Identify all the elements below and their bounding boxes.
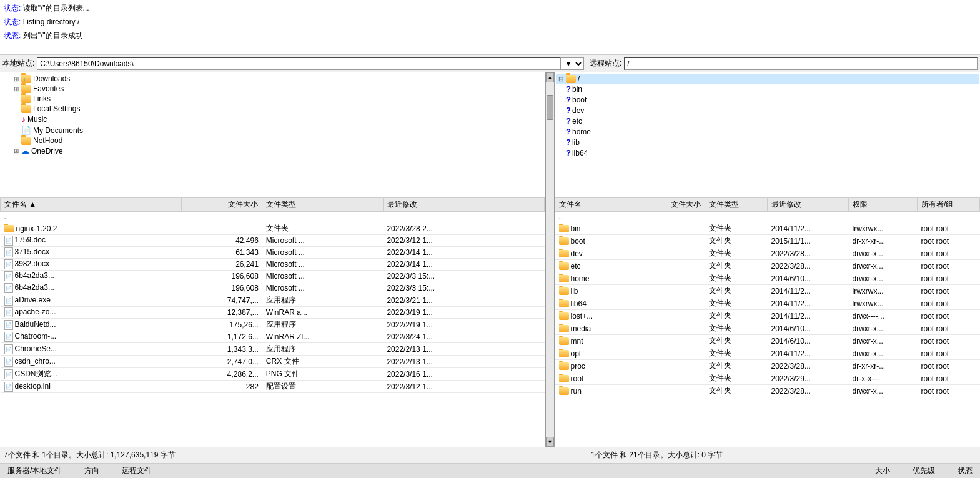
right-file-row[interactable]: media 文件夹 2014/6/10... drwxr-x... root r…: [555, 322, 980, 335]
left-file-row[interactable]: 📄6b4a2da3... 196,608 Microsoft ... 2022/…: [1, 282, 545, 294]
tab-direction[interactable]: 方向: [79, 464, 104, 477]
right-file-row[interactable]: lib64 文件夹 2014/11/2... lrwxrwx... root r…: [555, 297, 980, 310]
tree-item-lib64[interactable]: ? lib64: [556, 147, 979, 158]
right-file-row[interactable]: proc 文件夹 2022/3/28... dr-xr-xr-... root …: [555, 360, 980, 372]
tree-item-my-documents[interactable]: 📄 My Documents: [1, 125, 543, 136]
left-cell-type: Microsoft ...: [262, 282, 384, 294]
tree-item-home[interactable]: ? home: [556, 126, 979, 137]
right-cell-owner: root root: [918, 310, 980, 322]
folder-icon: [559, 312, 569, 320]
tree-item-boot[interactable]: ? boot: [556, 94, 979, 105]
right-file-row[interactable]: opt 文件夹 2014/11/2... drwxr-x... root roo…: [555, 347, 980, 360]
local-path-dropdown[interactable]: ▼: [560, 57, 584, 70]
right-cell-size: [655, 260, 705, 272]
right-file-row[interactable]: home 文件夹 2014/6/10... drwxr-x... root ro…: [555, 272, 980, 285]
left-col-type[interactable]: 文件类型: [262, 198, 384, 212]
tree-item-nethood[interactable]: NetHood: [1, 136, 543, 146]
left-col-size[interactable]: 文件大小: [182, 198, 262, 212]
left-file-row[interactable]: 📄3715.docx 61,343 Microsoft ... 2022/3/1…: [1, 247, 545, 259]
tree-item-bin[interactable]: ? bin: [556, 84, 979, 94]
right-cell-size: [655, 310, 705, 322]
expand-downloads[interactable]: ⊞: [11, 76, 21, 82]
left-col-modified[interactable]: 最近修改: [383, 198, 544, 212]
right-file-row[interactable]: dev 文件夹 2022/3/28... drwxr-x... root roo…: [555, 247, 980, 260]
left-cell-name: 📄CSDN浏览...: [1, 368, 182, 381]
left-cell-modified: 2022/3/3 15:...: [383, 282, 544, 294]
scrollbar-down[interactable]: ▼: [546, 437, 554, 447]
right-file-row[interactable]: root 文件夹 2022/3/29... dr-x-x--- root roo…: [555, 372, 980, 385]
left-file-row[interactable]: 📄1759.doc 42,496 Microsoft ... 2022/3/12…: [1, 235, 545, 247]
right-cell-name: bin: [555, 222, 655, 235]
tree-label-nethood: NetHood: [33, 136, 62, 145]
expand-onedrive[interactable]: ⊞: [11, 147, 21, 154]
tree-item-favorites[interactable]: ⊞ Favorites: [1, 84, 543, 94]
right-file-row[interactable]: etc 文件夹 2022/3/28... drwxr-x... root roo…: [555, 260, 980, 272]
left-file-row[interactable]: 📄6b4a2da3... 196,608 Microsoft ... 2022/…: [1, 271, 545, 282]
tree-item-local-settings[interactable]: Local Settings: [1, 104, 543, 114]
tree-item-root[interactable]: ⊟ /: [556, 74, 979, 84]
right-col-modified[interactable]: 最近修改: [768, 198, 849, 212]
left-file-row[interactable]: 📄apache-zo... 12,387,... WinRAR a... 202…: [1, 307, 545, 319]
file-icon: 📄: [4, 344, 13, 354]
left-col-name[interactable]: 文件名 ▲: [1, 198, 182, 212]
left-file-row[interactable]: ..: [1, 212, 545, 222]
right-file-row[interactable]: lost+... 文件夹 2014/11/2... drwx----... ro…: [555, 310, 980, 322]
left-cell-modified: [383, 212, 544, 222]
remote-tree[interactable]: ⊟ / ? bin ? boot: [555, 72, 980, 197]
right-cell-perm: drwxr-x...: [849, 385, 918, 397]
scrollbar-up[interactable]: ▲: [546, 72, 554, 82]
left-file-row[interactable]: 📄csdn_chro... 2,747,0... CRX 文件 2022/2/1…: [1, 356, 545, 368]
left-file-row[interactable]: 📄3982.docx 26,241 Microsoft ... 2022/3/1…: [1, 259, 545, 271]
right-cell-modified: 2022/3/28...: [768, 247, 849, 260]
left-cell-modified: 2022/3/3 15:...: [383, 271, 544, 282]
tree-item-dev[interactable]: ? dev: [556, 105, 979, 116]
tree-item-lib[interactable]: ? lib: [556, 137, 979, 147]
status-label-3: 状态:: [4, 31, 21, 40]
right-cell-type: 文件夹: [705, 335, 768, 347]
left-file-row[interactable]: 📄desktop.ini 282 配置设置 2022/3/12 1...: [1, 381, 545, 393]
right-file-list[interactable]: 文件名 文件大小 文件类型 最近修改 权限 所有者/组 .. bin 文件夹: [555, 197, 980, 447]
tree-label-downloads: Downloads: [33, 74, 70, 83]
right-cell-perm: drwx----...: [849, 310, 918, 322]
right-file-row[interactable]: ..: [555, 212, 980, 222]
left-cell-type: 应用程序: [262, 343, 384, 356]
right-col-owner[interactable]: 所有者/组: [918, 198, 980, 212]
left-cell-size: 4,286,2...: [182, 368, 262, 381]
tab-remote-file[interactable]: 远程文件: [117, 464, 157, 477]
right-file-row[interactable]: mnt 文件夹 2014/6/10... drwxr-x... root roo…: [555, 335, 980, 347]
right-file-row[interactable]: boot 文件夹 2015/11/1... dr-xr-xr-... root …: [555, 235, 980, 247]
scrollbar-thumb[interactable]: [547, 95, 553, 120]
left-file-row[interactable]: nginx-1.20.2 文件夹 2022/3/28 2...: [1, 222, 545, 235]
tree-label-favorites: Favorites: [33, 84, 64, 93]
file-icon: 📄: [4, 236, 13, 246]
left-file-row[interactable]: 📄CSDN浏览... 4,286,2... PNG 文件 2022/3/16 1…: [1, 368, 545, 381]
left-file-row[interactable]: 📄aDrive.exe 74,747,... 应用程序 2022/3/21 1.…: [1, 294, 545, 307]
right-col-perm[interactable]: 权限: [849, 198, 918, 212]
left-file-list[interactable]: 文件名 ▲ 文件大小 文件类型 最近修改 .. nginx-1.20.2 文件夹…: [0, 197, 545, 447]
scrollbar-track[interactable]: [546, 82, 554, 437]
right-file-row[interactable]: bin 文件夹 2014/11/2... lrwxrwx... root roo…: [555, 222, 980, 235]
expand-favorites[interactable]: ⊞: [11, 86, 21, 92]
left-file-row[interactable]: 📄ChromeSe... 1,343,3... 应用程序 2022/2/13 1…: [1, 343, 545, 356]
tab-priority[interactable]: 优先级: [908, 464, 940, 477]
tree-item-etc[interactable]: ? etc: [556, 116, 979, 126]
tab-server-local[interactable]: 服务器/本地文件: [2, 464, 67, 477]
left-file-row[interactable]: 📄BaiduNetd... 175,26... 应用程序 2022/2/19 1…: [1, 319, 545, 331]
right-col-type[interactable]: 文件类型: [705, 198, 768, 212]
right-col-name[interactable]: 文件名: [555, 198, 655, 212]
tree-item-music[interactable]: ♪ Music: [1, 114, 543, 125]
right-file-row[interactable]: lib 文件夹 2014/11/2... lrwxrwx... root roo…: [555, 285, 980, 297]
local-path-input[interactable]: [37, 57, 560, 70]
expand-root[interactable]: ⊟: [556, 76, 566, 82]
remote-path-input[interactable]: [624, 57, 978, 70]
right-col-size[interactable]: 文件大小: [655, 198, 705, 212]
left-file-row[interactable]: 📄Chatroom-... 1,172,6... WinRAR Zl... 20…: [1, 331, 545, 343]
tab-size[interactable]: 大小: [870, 464, 895, 477]
tree-item-downloads[interactable]: ⊞ ↓ Downloads: [1, 74, 543, 84]
tab-status[interactable]: 状态: [953, 464, 978, 477]
tree-item-links[interactable]: Links: [1, 94, 543, 104]
vertical-splitter[interactable]: ▲ ▼: [545, 72, 555, 447]
left-tree[interactable]: ⊞ ↓ Downloads ⊞ Favo: [0, 72, 545, 197]
tree-item-onedrive[interactable]: ⊞ ☁ OneDrive: [1, 146, 543, 156]
right-file-row[interactable]: run 文件夹 2022/3/28... drwxr-x... root roo…: [555, 385, 980, 397]
